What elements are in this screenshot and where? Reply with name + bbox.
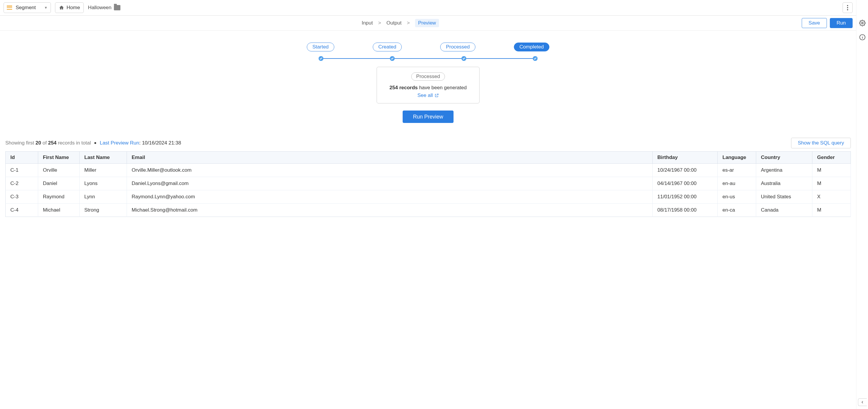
cell-gender: M [812,204,851,217]
last-preview-time: 10/16/2024 21:38 [142,140,181,146]
run-button[interactable]: Run [830,18,852,28]
cell-country: United States [756,190,812,204]
cell-birthday: 10/24/1967 00:00 [653,164,718,177]
last-preview-run: Last Preview Run: 10/16/2024 21:38 [100,140,181,146]
cell-country: Argentina [756,164,812,177]
external-link-icon [435,93,439,98]
kebab-icon [847,5,848,10]
cell-birthday: 08/17/1958 00:00 [653,204,718,217]
step-started[interactable]: Started [307,42,334,52]
col-first-name[interactable]: First Name [38,151,80,164]
chevron-right-icon: > [378,20,381,26]
show-sql-button[interactable]: Show the SQL query [791,138,851,148]
records-count: 254 records [390,85,418,91]
progress-steps: Started Created Processed Completed [307,42,549,61]
segment-label: Segment [16,5,36,11]
showing-prefix: Showing first [5,140,35,146]
col-gender[interactable]: Gender [812,151,851,164]
tab-input[interactable]: Input [362,20,373,26]
folder-icon [114,5,120,10]
more-button[interactable] [842,2,852,13]
records-rest: have been generated [418,85,467,91]
cell-country: Canada [756,204,812,217]
run-preview-button[interactable]: Run Preview [403,110,454,123]
collapse-rail-button[interactable] [858,398,867,406]
step-completed[interactable]: Completed [514,42,549,52]
home-label: Home [67,5,80,11]
step-created[interactable]: Created [373,42,402,52]
col-id[interactable]: Id [6,151,38,164]
showing-text: Showing first 20 of 254 records in total [5,140,91,146]
cell-last: Miller [80,164,127,177]
subbar: Input > Output > Preview Save Run [0,16,856,31]
info-icon [859,34,866,40]
content-area[interactable]: Started Created Processed Completed Proc… [0,31,856,409]
of-text: of [41,140,48,146]
cell-id: C-3 [6,190,38,204]
cell-gender: M [812,164,851,177]
save-button[interactable]: Save [802,18,827,28]
cell-id: C-4 [6,204,38,217]
table-row[interactable]: C-1OrvilleMillerOrville.Miller@outlook.c… [6,164,851,177]
cell-first: Orville [38,164,80,177]
cell-first: Daniel [38,177,80,190]
col-last-name[interactable]: Last Name [80,151,127,164]
records-generated-text: 254 records have been generated [381,85,475,91]
project-name: Halloween [88,5,111,11]
check-icon [390,56,395,61]
cell-last: Lyons [80,177,127,190]
col-country[interactable]: Country [756,151,812,164]
svg-point-4 [862,22,863,24]
tab-preview[interactable]: Preview [415,19,439,27]
step-processed[interactable]: Processed [440,42,475,52]
home-button[interactable]: Home [55,2,84,13]
showing-first: 20 [35,140,41,146]
info-button[interactable] [858,33,867,41]
last-preview-label: Last Preview Run [100,140,139,146]
check-icon [462,56,466,61]
cell-lang: en-ca [718,204,756,217]
showing-total: 254 [48,140,57,146]
col-birthday[interactable]: Birthday [653,151,718,164]
cell-lang: en-au [718,177,756,190]
col-email[interactable]: Email [127,151,653,164]
table-row[interactable]: C-4MichaelStrongMichael.Strong@hotmail.c… [6,204,851,217]
cell-gender: M [812,177,851,190]
svg-point-7 [862,36,863,36]
cell-email: Daniel.Lyons@gmail.com [127,177,653,190]
see-all-link[interactable]: See all [417,93,439,98]
check-icon [319,56,323,61]
cell-email: Raymond.Lynn@yahoo.com [127,190,653,204]
cell-lang: en-us [718,190,756,204]
cell-id: C-1 [6,164,38,177]
cell-gender: X [812,190,851,204]
settings-button[interactable] [858,19,867,27]
breadcrumb-project[interactable]: Halloween [88,5,120,11]
chevron-down-icon: ▼ [44,6,48,10]
records-text: records in total [57,140,91,146]
hamburger-icon [7,6,12,10]
chevron-left-icon [860,400,864,404]
cell-email: Orville.Miller@outlook.com [127,164,653,177]
segment-dropdown[interactable]: Segment ▼ [4,2,51,13]
cell-last: Strong [80,204,127,217]
check-icon [533,56,537,61]
cell-country: Australia [756,177,812,190]
processed-badge: Processed [411,72,445,81]
cell-last: Lynn [80,190,127,204]
tab-output[interactable]: Output [386,20,401,26]
cell-birthday: 11/01/1952 00:00 [653,190,718,204]
workflow-tabs: Input > Output > Preview [362,19,439,27]
chevron-right-icon: > [407,20,410,26]
separator-dot-icon [94,142,96,144]
cell-first: Raymond [38,190,80,204]
col-language[interactable]: Language [718,151,756,164]
cell-email: Michael.Strong@hotmail.com [127,204,653,217]
see-all-label: See all [417,93,433,98]
home-icon [59,5,64,10]
cell-first: Michael [38,204,80,217]
right-rail [856,0,868,409]
table-body: C-1OrvilleMillerOrville.Miller@outlook.c… [6,164,851,217]
table-row[interactable]: C-3RaymondLynnRaymond.Lynn@yahoo.com11/0… [6,190,851,204]
table-row[interactable]: C-2DanielLyonsDaniel.Lyons@gmail.com04/1… [6,177,851,190]
